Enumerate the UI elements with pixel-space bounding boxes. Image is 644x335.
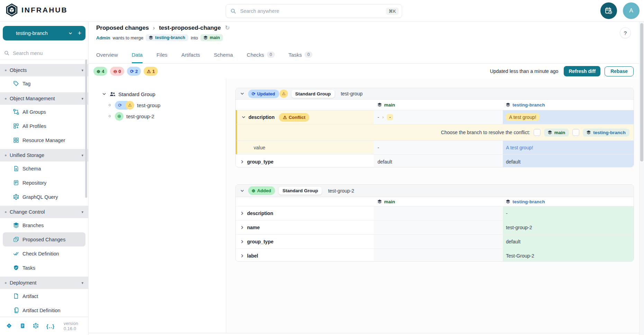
chevron-right-icon[interactable] — [240, 239, 245, 244]
sidebar-item-artifact[interactable]: Artifact — [0, 289, 88, 303]
column-header-row: main testing-branch — [236, 100, 634, 110]
merge-text: wants to merge — [112, 35, 143, 40]
double-check-icon — [13, 251, 19, 257]
sidebar-scrollbar-thumb[interactable] — [85, 59, 87, 198]
section-label: Objects — [10, 67, 81, 73]
chevron-right-icon[interactable] — [240, 253, 245, 258]
section-unified-storage[interactable]: Unified Storage ▾ — [0, 149, 88, 161]
branch-column-header: testing-branch — [503, 100, 634, 110]
diff-panels: ⟳ Updated ⚠ Standard Group test-group — [227, 79, 644, 333]
search-input[interactable] — [239, 8, 386, 14]
chevron-down-icon[interactable] — [241, 115, 246, 120]
sidebar-item-branches[interactable]: Branches — [0, 218, 88, 232]
page-scrollbar-thumb[interactable] — [640, 23, 643, 161]
branch-value-cell: A test group! — [503, 110, 634, 124]
section-object-management[interactable]: Object Management ▾ — [0, 92, 88, 105]
diff-card-header[interactable]: ⟳ Updated ⚠ Standard Group test-group — [236, 88, 634, 100]
conflict-prompt: Choose the branch to resolve the conflic… — [441, 130, 530, 135]
section-change-control[interactable]: Change Control ▾ — [0, 206, 88, 218]
sidebar-item-tag[interactable]: Tag — [0, 76, 88, 91]
tab-files[interactable]: Files — [156, 46, 167, 63]
tree-node-test-group[interactable]: ⟳ ⚠ test-group — [89, 100, 226, 111]
sidebar-item-check-definition[interactable]: Check Definition — [0, 246, 88, 261]
version-label: version 0.16.0 — [64, 321, 88, 331]
tab-schema[interactable]: Schema — [214, 46, 233, 63]
tree-node-test-group-2[interactable]: ⊕ test-group-2 — [89, 111, 226, 122]
tab-label: Artifacts — [181, 52, 200, 58]
tab-artifacts[interactable]: Artifacts — [181, 46, 200, 63]
diff-card-header[interactable]: ⊕ Added Standard Group test-group-2 — [236, 185, 634, 197]
option-label: main — [554, 130, 565, 135]
chevron-down-icon[interactable] — [102, 92, 107, 96]
layers-icon — [548, 130, 552, 134]
add-branch-button[interactable]: + — [78, 30, 81, 37]
files-icon — [13, 307, 19, 313]
sidebar-item-schema[interactable]: Schema — [0, 161, 88, 176]
breadcrumb-parent[interactable]: Proposed changes — [96, 25, 149, 31]
layers-icon — [13, 222, 19, 228]
tree-node-standard-group[interactable]: Standard Group — [89, 89, 226, 100]
main-value-cell: default — [374, 155, 503, 167]
section-deployment[interactable]: Deployment ▾ — [0, 277, 88, 289]
release-notes-icon[interactable] — [6, 323, 12, 329]
menu-search-input[interactable] — [12, 50, 76, 56]
sidebar-item-proposed-changes[interactable]: Proposed Changes — [3, 232, 85, 246]
breadcrumb-separator: › — [153, 25, 155, 31]
testing-branch-checkbox[interactable] — [572, 129, 579, 136]
schedule-button[interactable] — [600, 2, 617, 19]
tab-tasks[interactable]: Tasks 0 — [289, 46, 312, 63]
global-search[interactable]: ⌘K — [226, 4, 402, 18]
tab-overview[interactable]: Overview — [96, 46, 118, 63]
openapi-braces-icon[interactable]: {..} — [46, 323, 55, 329]
tab-data[interactable]: Data — [132, 46, 143, 63]
sidebar-item-all-profiles[interactable]: All Profiles — [0, 119, 88, 133]
chevron-down-icon[interactable] — [240, 91, 245, 96]
layers-icon — [506, 103, 510, 107]
section-objects[interactable]: Objects ▾ — [0, 64, 88, 76]
chevron-right-icon[interactable] — [240, 159, 245, 164]
tab-label: Schema — [214, 52, 233, 58]
main-value-cell — [374, 221, 503, 234]
main-column-header: main — [374, 100, 503, 110]
user-avatar[interactable]: A — [623, 2, 640, 19]
refresh-icon: ⟳ — [118, 103, 122, 108]
layers-icon — [203, 36, 208, 40]
graphql-icon — [13, 194, 19, 200]
sidebar-item-resource-manager[interactable]: Resource Manager — [0, 133, 88, 147]
page-scrollbar[interactable] — [639, 21, 644, 335]
main-branch-option-badge: main — [544, 129, 569, 137]
main-branch-checkbox[interactable] — [534, 129, 541, 136]
logo-text: INFRAHUB — [21, 6, 68, 14]
branch-selector[interactable]: testing-branch + — [3, 26, 85, 40]
tree-node-label: test-group-2 — [126, 113, 154, 119]
sidebar-item-graphql-query[interactable]: GraphQL Query — [0, 190, 88, 204]
sidebar-item-label: Artifact — [22, 294, 38, 299]
status-updated-badge: ⟳ Updated — [248, 90, 279, 98]
rebase-button[interactable]: Rebase — [605, 66, 634, 76]
sidebar-item-label: Proposed Changes — [22, 237, 65, 242]
refresh-diff-button[interactable]: Refresh diff — [564, 66, 600, 76]
chevron-down-icon[interactable] — [240, 188, 245, 193]
tab-checks[interactable]: Checks 0 — [247, 46, 275, 63]
main-value-cell: - — [374, 141, 503, 154]
sidebar-item-tasks[interactable]: Tasks — [0, 261, 88, 275]
search-icon — [4, 50, 9, 56]
added-count: 4 — [102, 69, 105, 74]
updated-count: 2 — [135, 69, 138, 74]
sidebar-item-artifact-definition[interactable]: Artifact Definition — [0, 303, 88, 317]
column-label: testing-branch — [513, 199, 545, 204]
menu-search[interactable] — [0, 47, 88, 60]
refresh-icon[interactable]: ↻ — [225, 24, 230, 31]
chevron-right-icon[interactable] — [240, 225, 245, 230]
graphql-sandbox-icon[interactable] — [33, 323, 39, 329]
chevron-right-icon[interactable] — [240, 211, 245, 216]
help-button[interactable]: ? — [620, 27, 631, 38]
sidebar-item-label: All Groups — [22, 109, 46, 115]
breadcrumb: Proposed changes › test-proposed-change … — [96, 24, 230, 31]
updated-counter: ⟳ 2 — [127, 67, 141, 76]
documentation-icon[interactable] — [20, 323, 26, 329]
bullet-icon — [5, 282, 7, 284]
plus-circle-icon: ⊕ — [97, 69, 100, 74]
sidebar-item-all-groups[interactable]: All Groups — [0, 105, 88, 119]
sidebar-item-repository[interactable]: Repository — [0, 176, 88, 190]
